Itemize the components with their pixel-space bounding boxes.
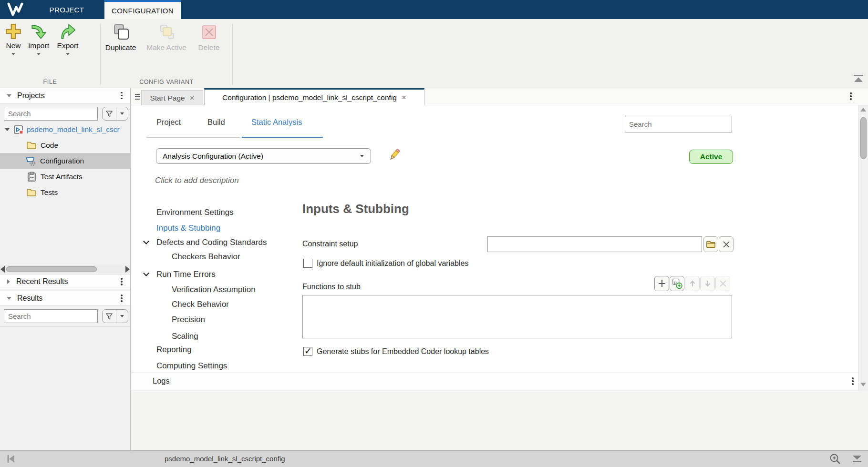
nav-scaling[interactable]: Scaling [172,331,198,342]
zoom-in-icon[interactable] [829,453,842,467]
config-variant-dropdown[interactable]: Analysis Configuration (Active) [156,148,371,164]
move-up-button[interactable] [685,276,700,291]
collapse-ribbon-icon[interactable] [853,74,864,85]
tree-row-test-artifacts[interactable]: Test Artifacts [0,169,130,184]
svg-text:fx: fx [674,280,677,284]
tab-configuration-document[interactable]: Configuration | psdemo_model_link_sl_csc… [204,88,424,105]
logs-panel-header[interactable]: Logs [131,373,858,390]
chevron-down-icon[interactable] [37,53,41,55]
results-menu-icon[interactable] [121,294,123,302]
tab-list-icon[interactable] [134,93,140,102]
tab-editor-static-analysis[interactable]: Static Analysis [251,118,302,127]
divider [0,326,130,327]
filter-button[interactable] [103,107,116,120]
tree-row-tests[interactable]: Tests [0,184,130,200]
clear-field-button[interactable] [719,236,734,252]
chevron-down-icon[interactable] [66,53,70,55]
nav-run-time-errors[interactable]: Run Time Errors [156,269,216,280]
close-icon[interactable]: × [402,93,406,102]
tab-configuration[interactable]: CONFIGURATION [104,0,181,19]
sidebar-horizontal-scrollbar[interactable] [0,265,130,273]
import-button[interactable]: Import [26,23,52,55]
scrollbar-thumb[interactable] [860,117,867,159]
collapse-chevron-icon[interactable] [7,297,11,300]
make-active-button[interactable]: Make Active [144,23,189,52]
polyspace-app-window: PROJECT CONFIGURATION New Import Export [0,0,868,467]
chevron-down-icon[interactable] [143,238,149,244]
content-vertical-scrollbar[interactable] [858,105,868,390]
scroll-down-arrow-icon[interactable] [860,383,866,386]
filter-dropdown-button[interactable] [116,107,128,120]
constraint-setup-input[interactable] [487,236,702,252]
projects-panel-header[interactable]: Projects [0,88,130,103]
duplicate-button[interactable]: Duplicate [104,23,137,52]
expand-chevron-icon[interactable] [7,279,10,284]
tab-editor-build[interactable]: Build [207,118,225,127]
add-row-button[interactable] [654,276,669,291]
delete-button[interactable]: Delete [195,23,223,52]
tab-underline-active [242,137,323,138]
nav-reporting[interactable]: Reporting [156,344,192,355]
projects-menu-icon[interactable] [121,92,123,100]
scroll-left-arrow-icon[interactable] [0,266,5,273]
ignore-init-checkbox[interactable] [303,259,312,268]
nav-computing-settings[interactable]: Computing Settings [156,360,227,372]
logs-menu-icon[interactable] [852,377,854,385]
filter-dropdown-button[interactable] [116,310,128,323]
scroll-right-arrow-icon[interactable] [125,266,130,273]
export-button[interactable]: Export [54,23,81,55]
close-icon[interactable]: × [190,93,195,103]
folder-icon [26,140,37,151]
move-down-button[interactable] [700,276,715,291]
new-button[interactable]: New [3,23,24,55]
project-icon [13,124,24,135]
edit-pencil-icon[interactable] [388,148,401,163]
nav-environment-settings[interactable]: Environment Settings [156,207,234,218]
tab-underline-inactive [146,137,240,138]
nav-precision[interactable]: Precision [172,314,205,325]
results-filter-group [102,309,128,323]
tab-project[interactable]: PROJECT [30,0,104,19]
skip-to-start-icon[interactable] [6,454,16,466]
browse-folder-button[interactable] [703,236,718,252]
nav-defects-coding-standards[interactable]: Defects and Coding Standards [156,237,267,248]
tree-row-code[interactable]: Code [0,137,130,153]
collapse-chevron-icon[interactable] [7,94,11,97]
tab-bar-menu-icon[interactable] [850,92,852,100]
duplicate-icon [111,23,130,42]
nav-verification-assumption[interactable]: Verification Assumption [172,284,256,295]
expand-chevron-icon[interactable] [5,128,10,131]
results-panel-header[interactable]: Results [0,291,130,306]
nav-check-behavior[interactable]: Check Behavior [172,299,229,310]
filter-button[interactable] [103,310,116,323]
chevron-down-icon[interactable] [11,53,15,55]
folder-icon [26,187,37,198]
tab-editor-project[interactable]: Project [156,118,181,127]
config-variant-dropdown-value: Analysis Configuration (Active) [163,152,263,161]
generate-stubs-label: Generate stubs for Embedded Coder lookup… [317,347,489,356]
collapse-statusbar-icon[interactable] [852,455,862,465]
tree-row-configuration[interactable]: Configuration [0,153,130,169]
functions-to-stub-textarea[interactable] [302,295,732,338]
tab-start-page[interactable]: Start Page × [141,90,203,105]
description-placeholder[interactable]: Click to add description [155,176,239,185]
projects-search-input[interactable] [4,107,98,121]
duplicate-label: Duplicate [105,43,136,52]
nav-checkers-behavior[interactable]: Checkers Behavior [172,251,240,263]
file-group-label: FILE [0,79,100,85]
tree-label-test-artifacts: Test Artifacts [41,173,83,181]
scroll-up-arrow-icon[interactable] [860,108,866,112]
recent-results-menu-icon[interactable] [121,278,123,285]
title-bar: PROJECT CONFIGURATION [0,0,868,19]
recent-results-panel-header[interactable]: Recent Results [0,274,130,289]
remove-row-button[interactable] [715,276,730,291]
results-search-input[interactable] [4,309,98,323]
editor-search-input[interactable] [625,116,732,132]
scrollbar-thumb[interactable] [6,266,97,272]
add-function-button[interactable]: fx [670,276,684,291]
function-add-icon: fx [672,278,683,289]
tree-row-project[interactable]: psdemo_model_link_sl_cscr [0,122,130,137]
nav-inputs-stubbing[interactable]: Inputs & Stubbing [156,223,220,234]
generate-stubs-checkbox[interactable] [303,347,312,356]
chevron-down-icon[interactable] [143,270,149,276]
